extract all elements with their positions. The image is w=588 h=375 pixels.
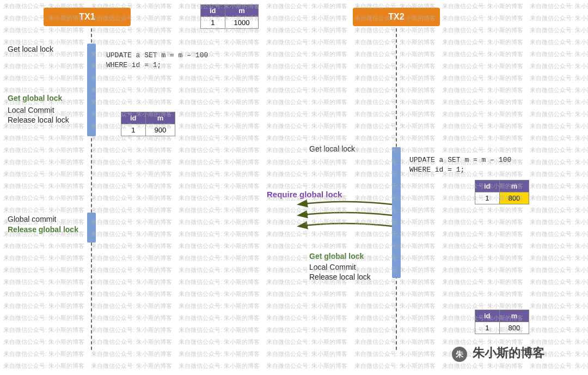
timeline-bar-tx2 xyxy=(392,147,401,278)
col-m: m xyxy=(225,5,259,17)
diagram: (function(){ const wm = document.querySe… xyxy=(0,0,588,375)
col-id: id xyxy=(475,310,500,322)
table-final: id m 1 800 xyxy=(475,310,529,334)
curved-arrows xyxy=(245,196,408,240)
bottom-logo: 朱 朱小斯的博客 xyxy=(452,345,544,362)
cell-id-1: 1 xyxy=(121,124,146,136)
table-tx1-result: id m 1 900 xyxy=(121,112,175,136)
cell-id-1: 1 xyxy=(475,192,500,204)
label-get-global-lock-tx2: Get global lock xyxy=(309,252,364,261)
label-release-local-tx1: Release local lock xyxy=(8,116,69,124)
col-m: m xyxy=(499,310,529,322)
label-update-tx1-line2: WHERE id = 1; xyxy=(106,61,161,69)
label-global-commit-tx1: Global commit xyxy=(8,215,56,223)
cell-m-800: 800 xyxy=(499,322,529,334)
timeline-bar-tx1-bottom xyxy=(87,213,96,243)
logo-icon: 朱 xyxy=(452,347,467,362)
label-local-commit-tx2: Local Commit xyxy=(309,263,356,271)
label-release-local-tx2: Release local lock xyxy=(309,273,371,281)
label-update-tx2-line2: WHERE id = 1; xyxy=(409,166,464,174)
cell-m-900: 900 xyxy=(145,124,175,136)
timeline-bar-tx1-top xyxy=(87,44,96,136)
label-get-global-lock-tx1: Get global lock xyxy=(8,94,62,102)
table-initial: id m 1 1000 xyxy=(200,4,259,29)
label-release-global-tx1: Release global lock xyxy=(8,225,78,234)
label-get-local-lock-tx2: Get local lock xyxy=(309,144,355,153)
cell-m-1000: 1000 xyxy=(225,17,259,29)
table-tx2-update-result: id m 1 800 xyxy=(475,180,529,204)
tx2-box: TX2 xyxy=(353,8,440,26)
label-local-commit-tx1: Local Commit xyxy=(8,106,54,114)
col-id: id xyxy=(475,180,500,192)
label-get-local-lock-tx1: Get local lock xyxy=(8,45,53,53)
label-require-global-lock: Require global lock xyxy=(267,190,342,199)
col-id: id xyxy=(121,112,146,124)
label-update-tx1-line1: UPDATE a SET m = m – 100 xyxy=(106,51,208,59)
col-id: id xyxy=(201,5,225,17)
cell-id-1: 1 xyxy=(475,322,500,334)
col-m: m xyxy=(499,180,529,192)
cell-id-1: 1 xyxy=(201,17,225,29)
tx1-box: TX1 xyxy=(44,8,131,26)
logo-text: 朱小斯的博客 xyxy=(473,346,544,360)
cell-m-800-highlight: 800 xyxy=(499,192,529,204)
label-update-tx2-line1: UPDATE a SET m = m – 100 xyxy=(409,156,511,164)
col-m: m xyxy=(145,112,175,124)
